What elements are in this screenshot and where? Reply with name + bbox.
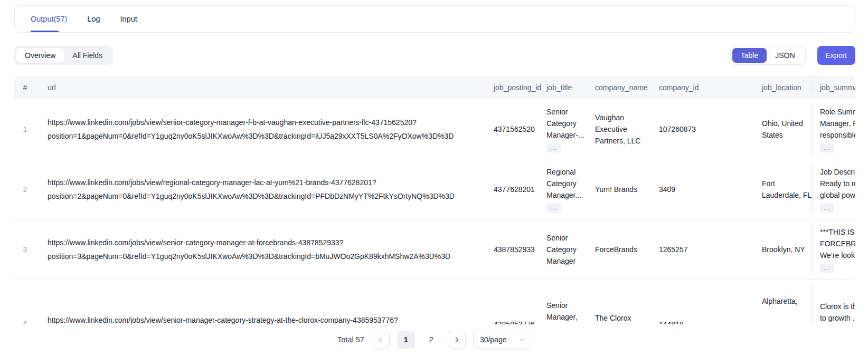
pagination: Total 57 1 2 30/page	[14, 331, 855, 349]
job-title-cell: Senior Manager,	[540, 280, 589, 324]
tab-log[interactable]: Log	[87, 6, 100, 32]
job-title-text: Senior Manager,	[546, 300, 589, 323]
job-summary-line: FORCEBRA	[820, 238, 855, 249]
table-toolbar: Overview All Fields Table JSON Export	[14, 46, 855, 65]
page-size-select[interactable]: 30/page	[473, 331, 532, 349]
json-view-button[interactable]: JSON	[767, 48, 803, 63]
job-title-text: Senior Category Manager	[546, 232, 589, 267]
job-posting-id-cell: 4385953776	[486, 280, 540, 324]
export-button[interactable]: Export	[817, 46, 855, 65]
job-summary-line: Manager, Fo	[820, 118, 855, 129]
company-name-cell: ForceBrands	[589, 219, 652, 279]
active-tab-underline	[31, 31, 59, 32]
all-fields-toggle[interactable]: All Fields	[64, 48, 111, 63]
page-1-button[interactable]: 1	[397, 331, 415, 349]
prev-page-button[interactable]	[372, 331, 390, 349]
job-summary-line: We’re looki	[820, 249, 855, 261]
table-header-row: #urljob_posting_idjob_titlecompany_namec…	[14, 75, 855, 99]
job-summary-line: ***THIS IS	[820, 226, 855, 238]
column-header-company-name: company_name	[589, 75, 652, 99]
url-cell: https://www.linkedin.com/jobs/view/senio…	[36, 99, 486, 159]
job-posting-id-cell: 4377628201	[486, 159, 540, 219]
column-header-company-id: company_id	[652, 75, 755, 99]
job-summary-line: Role Summ	[820, 106, 855, 118]
tab-input[interactable]: Input	[120, 6, 137, 32]
job-title-cell: Senior Category Manager	[540, 219, 589, 279]
url-text-line: https://www.linkedin.com/jobs/view/senio…	[48, 116, 486, 129]
column-header-job-summary: job_summary	[813, 75, 855, 99]
row-index: 4	[14, 280, 36, 324]
page-2-button[interactable]: 2	[422, 331, 440, 349]
job-summary-cell: Job DescripReady to mglobal pow...	[813, 159, 855, 219]
job-summary-cell: Role SummManager, Foresponsible...	[813, 99, 855, 159]
expand-job-title-button[interactable]: ...	[546, 143, 561, 152]
company-id-cell: 107260873	[652, 99, 755, 159]
url-text-line: position=2&pageNum=0&refId=Y1guq2ny0oK5s…	[48, 189, 486, 203]
page-size-value: 30/page	[480, 335, 507, 344]
chevron-down-icon	[519, 336, 525, 343]
company-name-cell: Yum! Brands	[589, 159, 652, 219]
table-row: 4https://www.linkedin.com/jobs/view/seni…	[14, 280, 855, 324]
job-summary-line: to growth ...	[820, 312, 855, 324]
column-header-job-title: job_title	[540, 75, 589, 99]
job-summary-line: Clorox is th	[820, 301, 855, 312]
table-row: 2https://www.linkedin.com/jobs/view/regi…	[14, 159, 855, 219]
job-summary-line: Job Descrip	[820, 166, 855, 178]
job-location-cell: Ohio, United States	[755, 99, 813, 159]
job-location-cell: Alpharetta,	[755, 280, 813, 324]
expand-job-title-button[interactable]: ...	[546, 204, 561, 213]
job-summary-line: global pow	[820, 189, 855, 201]
total-count: Total 57	[337, 335, 364, 344]
tab-output[interactable]: Output(57)	[31, 6, 67, 32]
job-title-cell: Senior Category Manager-......	[540, 99, 589, 159]
format-toggle: Table JSON	[730, 46, 806, 65]
url-text-line: position=3&pageNum=0&refId=Y1guq2ny0oK5s…	[48, 249, 486, 263]
tab-bar: Output(57) Log Input	[14, 5, 855, 33]
job-summary-line: Ready to m	[820, 178, 855, 189]
job-summary-cell: ***THIS ISFORCEBRAWe’re looki...	[813, 219, 855, 279]
overview-toggle[interactable]: Overview	[16, 48, 64, 63]
company-id-cell: 144818	[652, 280, 755, 324]
column-header-job-posting-id: job_posting_id	[486, 75, 540, 99]
company-name-cell: Vaughan Executive Partners, LLC	[589, 99, 652, 159]
tab-output-label: Output(57)	[31, 15, 67, 23]
url-text-line: position=1&pageNum=0&refId=Y1guq2ny0oK5s…	[48, 129, 486, 143]
job-location-cell: Fort Lauderdale, FL	[755, 159, 813, 219]
row-index: 3	[14, 219, 36, 279]
company-id-cell: 1265257	[652, 219, 755, 279]
job-summary-cell: Clorox is thto growth ...	[813, 280, 855, 324]
next-page-button[interactable]	[448, 331, 466, 349]
table-row: 1https://www.linkedin.com/jobs/view/seni…	[14, 99, 855, 159]
column-header-url: url	[36, 75, 486, 99]
field-view-toggle: Overview All Fields	[14, 46, 113, 65]
url-text-line: https://www.linkedin.com/jobs/view/regio…	[48, 176, 486, 189]
expand-job-summary-button[interactable]: ...	[820, 264, 834, 273]
table-body: 1https://www.linkedin.com/jobs/view/seni…	[14, 99, 855, 324]
output-table: #urljob_posting_idjob_titlecompany_namec…	[14, 75, 855, 324]
company-name-cell: The Clorox	[589, 280, 652, 324]
url-cell: https://www.linkedin.com/jobs/view/senio…	[36, 280, 486, 324]
job-title-cell: Regional Category Manager......	[540, 159, 589, 219]
table-row: 3https://www.linkedin.com/jobs/view/seni…	[14, 219, 855, 280]
chevron-right-icon	[454, 336, 460, 343]
company-id-cell: 3409	[652, 159, 755, 219]
job-location-cell: Brooklyn, NY	[755, 219, 813, 279]
url-text-line: https://www.linkedin.com/jobs/view/senio…	[48, 313, 486, 324]
row-index: 2	[14, 159, 36, 219]
job-summary-line: responsible	[820, 129, 855, 141]
url-cell: https://www.linkedin.com/jobs/view/regio…	[36, 159, 486, 219]
column-header-job-location: job_location	[755, 75, 813, 99]
job-title-text: Regional Category Manager...	[546, 166, 589, 201]
output-panel: Output(57) Log Input Overview All Fields…	[14, 0, 855, 349]
table-view-button[interactable]: Table	[732, 48, 767, 63]
job-posting-id-cell: 4371562520	[486, 99, 540, 159]
expand-job-summary-button[interactable]: ...	[820, 204, 834, 213]
toolbar-right: Table JSON Export	[730, 46, 855, 65]
url-cell: https://www.linkedin.com/jobs/view/senio…	[36, 219, 486, 279]
column-header--: #	[14, 75, 36, 99]
job-title-text: Senior Category Manager-...	[546, 106, 589, 141]
expand-job-summary-button[interactable]: ...	[820, 143, 834, 152]
chevron-left-icon	[378, 336, 384, 343]
job-posting-id-cell: 4387852933	[486, 219, 540, 279]
url-text-line: https://www.linkedin.com/jobs/view/senio…	[48, 236, 486, 249]
